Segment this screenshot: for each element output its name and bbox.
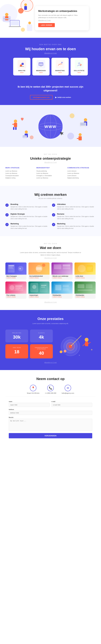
about-sub-link[interactable]: Afbeelding en 5 mph: [5, 52, 96, 54]
svg-point-62: [67, 133, 74, 140]
portfolio-section: WAT WE DOEN Wat we doen Lorem ipsum dolo…: [0, 236, 101, 310]
stat-label-onderscheiden: ONDERSCHEIDEN STRATEGIE: [32, 347, 51, 350]
brand-item-marketing1: ✓ Marketing Sample text. Click to select…: [5, 223, 49, 230]
brand-item-reclame: ✓ Reclame Sample text. Click to select t…: [52, 213, 96, 220]
svg-point-48: [25, 130, 28, 134]
contact-form: naam e-mail telefoon Bericht VERZENDEN: [9, 401, 92, 438]
webdesign-icon: [37, 60, 45, 68]
bekijk-icon: ▶: [55, 96, 57, 98]
svg-rect-111: [60, 353, 62, 356]
svg-text:WWW: WWW: [45, 124, 56, 129]
portfolio-thumb-6: [51, 282, 73, 294]
message-textarea[interactable]: [9, 419, 92, 431]
portfolio-card-sub-1: Grafisch ontwerp: [28, 277, 50, 280]
hero-card: Merkstrategie en ontwerpadvies Nam venen…: [35, 6, 89, 30]
email-input[interactable]: [51, 403, 92, 407]
list-item: Consequat description: [5, 174, 34, 177]
location-icon: 📍: [30, 385, 36, 391]
contact-info-address: 📍 Straat 134-256-klm: [27, 385, 39, 394]
svg-point-14: [28, 22, 31, 24]
svg-rect-13: [27, 24, 32, 31]
hero-card-title: Merkstrategie en ontwerpadvies: [38, 9, 86, 13]
hero-card-link[interactable]: Afbeelding en 5 mph: [38, 20, 86, 21]
svg-point-60: [70, 113, 75, 118]
stat-number-team: 18: [7, 349, 26, 354]
portfolio-card-title-5: toepassingen: [28, 294, 50, 296]
svg-text:B: B: [20, 268, 21, 270]
service-more-analyse[interactable]: MEER: [14, 72, 29, 73]
stat-label-clients: CLIENTS: [32, 332, 51, 334]
svg-text:★: ★: [79, 354, 80, 356]
strategy-col-merkidentiteit-list: Visual positioning Lorem op nifaveous Ut…: [36, 170, 65, 179]
svg-rect-96: [86, 284, 93, 288]
marketing-icon: [56, 60, 64, 68]
www-section: WWW: [0, 105, 101, 147]
service-title-sollicitatie: SOLLICITATIE: [72, 70, 87, 72]
form-group-email: e-mail: [51, 401, 92, 407]
portfolio-card-title-4: Flyer ontwerp: [5, 294, 26, 296]
list-item: Lorem doneum: [67, 170, 96, 172]
svg-rect-70: [36, 267, 42, 270]
svg-rect-85: [15, 289, 19, 290]
submit-button[interactable]: VERZENDEN: [9, 433, 92, 438]
svg-point-8: [18, 8, 23, 14]
svg-rect-83: [15, 286, 22, 287]
svg-point-25: [40, 63, 41, 63]
svg-rect-73: [54, 264, 61, 269]
phone-input[interactable]: [9, 411, 92, 415]
strategy-col-communicatie: COMMUNICATIE STRATEGIE Lorem doneum Lore…: [67, 167, 96, 179]
about-small-label: EEN BEETJE OVER ONS: [5, 44, 96, 45]
svg-rect-90: [41, 287, 45, 288]
portfolio-card-title-6: Visitekaartjes: [51, 294, 73, 296]
portfolio-bottom-link[interactable]: Afbeelding en 5 mph: [44, 302, 57, 303]
prestaties-stats-left: PROJECTEN 30k CLIENTS 4k ONS TEAM 18 OND…: [5, 330, 53, 358]
svg-point-24: [40, 63, 40, 63]
svg-rect-97: [78, 289, 93, 291]
stat-number-onderscheiden: 40: [32, 350, 51, 356]
prestaties-sub-link[interactable]: Afbeelding en 5 mph: [5, 362, 96, 363]
brand-item-desc: Sample text. Click to select the text bo…: [57, 225, 96, 230]
contact-address-label: Straat 134-256-klm: [27, 392, 39, 394]
hero-read-more-button[interactable]: LEES VERDER: [38, 23, 55, 27]
list-item: Aelighens torting: [5, 177, 34, 179]
svg-rect-55: [80, 123, 86, 126]
strategy-heading: Unieke ontwerpstrategie: [5, 156, 96, 160]
strategy-col-merkidentiteit-title: MERKIDENTITEIT: [36, 167, 65, 168]
portfolio-card-sub-4: Grafisch ontwerp: [5, 296, 26, 299]
contact-info-phone: 📞 +1 (390) 000-000: [45, 385, 56, 394]
svg-rect-87: [40, 283, 48, 292]
svg-rect-44: [12, 124, 14, 125]
prestaties-layout: PROJECTEN 30k CLIENTS 4k ONS TEAM 18 OND…: [5, 329, 96, 359]
name-input[interactable]: [9, 403, 50, 407]
svg-rect-45: [15, 124, 17, 125]
service-more-sollicitatie[interactable]: MEER: [72, 72, 87, 73]
portfolio-card-4: Flyer ontwerp Grafisch ontwerp: [5, 282, 26, 299]
service-more-marketing[interactable]: MEER: [53, 72, 67, 73]
service-title-webdesign: WEBDESIGN: [34, 70, 48, 72]
prestaties-body: Lorem ipsum dolor sit amet, consectetur …: [25, 322, 76, 325]
form-row-phone: telefoon: [9, 409, 92, 415]
brand-item-content: Marketing Sample text. Click to select t…: [10, 223, 49, 230]
brand-item-title: Digitale Strategie: [10, 213, 49, 215]
brand-item-desc: Sample text. Click to select the text bo…: [57, 206, 96, 210]
stat-card-clients: CLIENTS 4k: [30, 330, 53, 342]
svg-point-56: [79, 133, 82, 136]
strategy-col-merkidentiteit: MERKIDENTITEIT Visual positioning Lorem …: [36, 167, 65, 179]
list-item: Visual positioning: [36, 170, 65, 172]
portfolio-card-3: Lichte doen Grafisch ontwerp: [75, 262, 96, 280]
strategy-sub-link[interactable]: Afbeelding en 5 mph: [5, 162, 96, 163]
cta-bekijk-button[interactable]: ▶ bekijk onze werken: [55, 95, 71, 100]
hero-card-body: Nam venenatis cras sed felis eget velit …: [38, 14, 86, 19]
svg-rect-17: [20, 65, 22, 66]
brand-item-title: Marketing: [10, 223, 49, 225]
service-title-marketing: MARKETING: [53, 70, 67, 72]
bekijk-label: bekijk onze werken: [58, 96, 71, 98]
service-more-webdesign[interactable]: MEER: [34, 72, 48, 73]
brand-item-desc: Sample text. Click to select the text bo…: [10, 206, 49, 210]
cta-email-button[interactable]: info@agencyname.com: [30, 95, 53, 100]
about-section: EEN BEETJE OVER ONS Wij houden ervan om …: [0, 38, 101, 84]
svg-point-12: [21, 28, 25, 32]
portfolio-sub-link[interactable]: Afbeelding en 5 mph: [5, 257, 96, 259]
portfolio-card-sub-6: Grafisch ontwerp: [51, 296, 73, 299]
service-card-sollicitatie: SOLLICITATIE MEER: [71, 58, 88, 76]
